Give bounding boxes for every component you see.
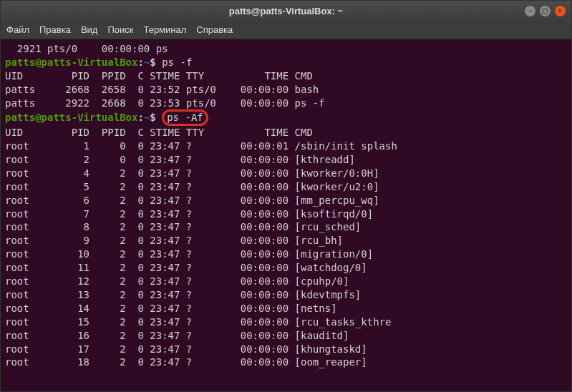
table-header: UID PID PPID C STIME TTY TIME CMD xyxy=(5,126,567,139)
menu-edit[interactable]: Правка xyxy=(39,24,71,35)
table-row: root 15 2 0 23:47 ? 00:00:00 [rcu_tasks_… xyxy=(5,315,567,329)
prompt-dollar: $ xyxy=(150,57,162,68)
titlebar: patts@patts-VirtualBox: ~ – ▢ × xyxy=(1,1,571,21)
menu-search[interactable]: Поиск xyxy=(107,24,133,35)
menu-file[interactable]: Файл xyxy=(6,24,29,35)
menu-help[interactable]: Справка xyxy=(196,24,233,35)
table-row: root 7 2 0 23:47 ? 00:00:00 [ksoftirqd/0… xyxy=(5,207,567,221)
menu-terminal[interactable]: Терминал xyxy=(143,24,186,35)
output-line: 2921 pts/0 00:00:00 ps xyxy=(5,42,567,56)
highlighted-command: ps -Af xyxy=(162,109,208,126)
table-row: root 17 2 0 23:47 ? 00:00:00 [khungtaskd… xyxy=(5,343,567,356)
close-button[interactable]: × xyxy=(555,6,566,16)
table-row: root 1 0 0 23:47 ? 00:00:01 /sbin/init s… xyxy=(5,139,567,153)
prompt-dollar: $ xyxy=(150,112,162,123)
table-row: root 14 2 0 23:47 ? 00:00:00 [netns] xyxy=(5,302,567,315)
prompt-sep: : xyxy=(137,57,143,68)
terminal-window: patts@patts-VirtualBox: ~ – ▢ × Файл Пра… xyxy=(1,1,571,391)
table-row: root 12 2 0 23:47 ? 00:00:00 [cpuhp/0] xyxy=(5,275,567,288)
table-row: patts 2668 2658 0 23:52 pts/0 00:00:00 b… xyxy=(5,83,567,97)
minimize-button[interactable]: – xyxy=(525,6,535,16)
window-title: patts@patts-VirtualBox: ~ xyxy=(229,6,343,16)
table-row: root 16 2 0 23:47 ? 00:00:00 [kauditd] xyxy=(5,329,567,343)
table-row: root 11 2 0 23:47 ? 00:00:00 [watchdog/0… xyxy=(5,261,567,275)
maximize-button[interactable]: ▢ xyxy=(540,6,551,16)
table-row: root 6 2 0 23:47 ? 00:00:00 [mm_percpu_w… xyxy=(5,194,567,207)
table-row: root 5 2 0 23:47 ? 00:00:00 [kworker/u2:… xyxy=(5,180,567,194)
prompt-user: patts@patts-VirtualBox xyxy=(5,57,137,68)
table-header: UID PID PPID C STIME TTY TIME CMD xyxy=(5,69,567,83)
prompt-sep: : xyxy=(137,112,143,123)
table-row: root 18 2 0 23:47 ? 00:00:00 [oom_reaper… xyxy=(5,356,567,369)
window-controls: – ▢ × xyxy=(525,6,566,16)
command-text: ps -Af xyxy=(167,112,203,123)
table-row: root 13 2 0 23:47 ? 00:00:00 [kdevtmpfs] xyxy=(5,288,567,302)
menubar: Файл Правка Вид Поиск Терминал Справка xyxy=(1,21,571,39)
table-row: root 10 2 0 23:47 ? 00:00:00 [migration/… xyxy=(5,248,567,261)
command-text: ps -f xyxy=(162,57,192,68)
table-row: root 4 2 0 23:47 ? 00:00:00 [kworker/0:0… xyxy=(5,167,567,180)
terminal-output[interactable]: 2921 pts/0 00:00:00 pspatts@patts-Virtua… xyxy=(1,39,571,391)
menu-view[interactable]: Вид xyxy=(81,24,98,35)
prompt-line: patts@patts-VirtualBox:~$ ps -Af xyxy=(5,109,567,126)
prompt-line: patts@patts-VirtualBox:~$ ps -f xyxy=(5,56,567,69)
table-row: patts 2922 2668 0 23:53 pts/0 00:00:00 p… xyxy=(5,97,567,110)
table-row: root 8 2 0 23:47 ? 00:00:00 [rcu_sched] xyxy=(5,220,567,234)
prompt-user: patts@patts-VirtualBox xyxy=(5,112,137,123)
table-row: root 9 2 0 23:47 ? 00:00:00 [rcu_bh] xyxy=(5,234,567,248)
table-row: root 2 0 0 23:47 ? 00:00:00 [kthreadd] xyxy=(5,153,567,167)
